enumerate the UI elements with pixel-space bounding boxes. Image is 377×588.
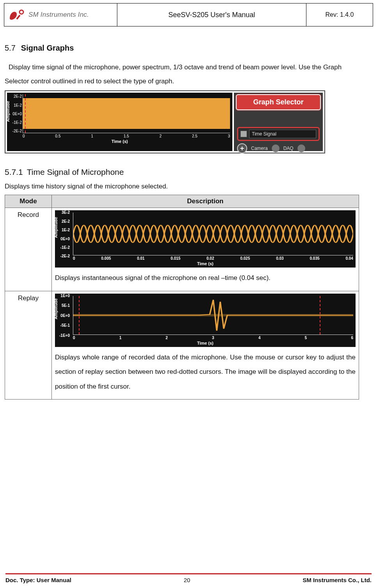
modes-table: Mode Description Record Amplitude 3E-2 2… <box>5 195 359 400</box>
replay-desc: Displays whole range of recorded data of… <box>55 350 356 394</box>
graph-selector-control[interactable]: Time Signal <box>237 127 320 141</box>
side-panel: Graph Selector Low Cutoff 200 High Cutof… <box>234 93 323 151</box>
side-bottom-controls: + Camera DAQ <box>237 143 320 153</box>
page-footer: Doc. Type: User Manual 20 SM Instruments… <box>0 573 377 583</box>
add-button[interactable]: + <box>237 143 247 153</box>
replay-xlabel: Time (s) <box>57 341 353 345</box>
subsection-number: 5.7.1 <box>5 167 23 176</box>
section-number: 5.7 <box>5 44 16 52</box>
replay-graph: Amplitude 1E+0 5E-1 0E+0 -5E-1 -1E+0 <box>55 294 356 347</box>
replay-yticks: 1E+0 5E-1 0E+0 -5E-1 -1E+0 <box>55 294 71 338</box>
doc-title: SeeSV-S205 User's Manual <box>117 4 306 26</box>
main-graph-xlabel: Time (s) <box>9 139 230 144</box>
doc-rev: Rev: 1.4.0 <box>306 4 373 26</box>
footer-rule <box>5 573 372 574</box>
camera-label: Camera <box>251 146 268 151</box>
section-title: Signal Graphs <box>21 44 74 52</box>
doc-header: SM Instruments Inc. SeeSV-S205 User's Ma… <box>4 3 373 26</box>
record-yticks: 3E-2 2E-2 1E-2 0E+0 -1E-2 -2E-2 <box>55 210 71 258</box>
daq-toggle[interactable] <box>297 144 305 152</box>
waveform-fill <box>23 98 230 129</box>
record-graph: Amplitude 3E-2 2E-2 1E-2 0E+0 -1E-2 -2E-… <box>55 210 356 268</box>
main-graph-xticks: 0 0.5 1 1.5 2 2.5 3 <box>23 133 230 138</box>
selector-icon <box>241 131 247 137</box>
cursor-line <box>25 94 26 133</box>
camera-toggle[interactable] <box>272 144 280 152</box>
daq-label: DAQ <box>283 146 294 151</box>
footer-left: Doc. Type: User Manual <box>5 577 71 583</box>
main-graph-panel: Amplitude 2E-2 1E-2 0E+0 -1E-2 -2E-2 <box>7 93 232 151</box>
record-xticks: 0 0.005 0.01 0.015 0.02 0.025 0.03 0.035… <box>73 255 353 261</box>
logo-text: SM Instruments Inc. <box>28 11 89 19</box>
subsection-title: Time Signal of Microphone <box>27 167 124 176</box>
footer-right: SM Instruments Co., Ltd. <box>303 577 372 583</box>
col-mode: Mode <box>5 195 52 208</box>
col-desc: Description <box>52 195 359 208</box>
smp-logo-icon <box>8 8 27 21</box>
main-graph-yticks: 2E-2 1E-2 0E+0 -1E-2 -2E-2 <box>9 94 23 133</box>
main-graph-plot <box>23 94 230 133</box>
replay-plot <box>73 296 353 335</box>
table-row: Replay Amplitude 1E+0 5E-1 0E+0 -5E-1 -1… <box>5 291 359 399</box>
replay-cursor-start[interactable] <box>79 296 80 334</box>
subsection-lead: Displays time history signal of the micr… <box>5 180 359 193</box>
record-waveform-icon <box>73 213 353 255</box>
page-number: 20 <box>184 577 190 583</box>
logo-cell: SM Instruments Inc. <box>4 4 117 26</box>
mode-record: Record <box>5 208 52 291</box>
replay-cursor-end[interactable] <box>320 296 320 334</box>
replay-waveform-icon <box>73 296 353 334</box>
record-xlabel: Time (s) <box>57 261 353 266</box>
replay-xticks: 0 1 2 3 4 5 6 <box>73 335 353 340</box>
section-heading: 5.7Signal Graphs <box>5 44 359 53</box>
figure-main-graph: Amplitude 2E-2 1E-2 0E+0 -1E-2 -2E-2 <box>5 90 325 153</box>
graph-selector-callout: Graph Selector <box>236 94 321 110</box>
mode-replay: Replay <box>5 291 52 399</box>
subsection-heading: 5.7.1Time Signal of Microphone <box>5 167 359 177</box>
record-plot <box>73 213 353 255</box>
record-desc: Displays instantaneous signal of the mic… <box>55 271 356 285</box>
section-intro: Display time signal of the microphone, p… <box>5 60 359 88</box>
table-row: Record Amplitude 3E-2 2E-2 1E-2 0E+0 -1E… <box>5 208 359 291</box>
selector-value[interactable]: Time Signal <box>249 130 316 138</box>
svg-point-0 <box>19 10 23 14</box>
